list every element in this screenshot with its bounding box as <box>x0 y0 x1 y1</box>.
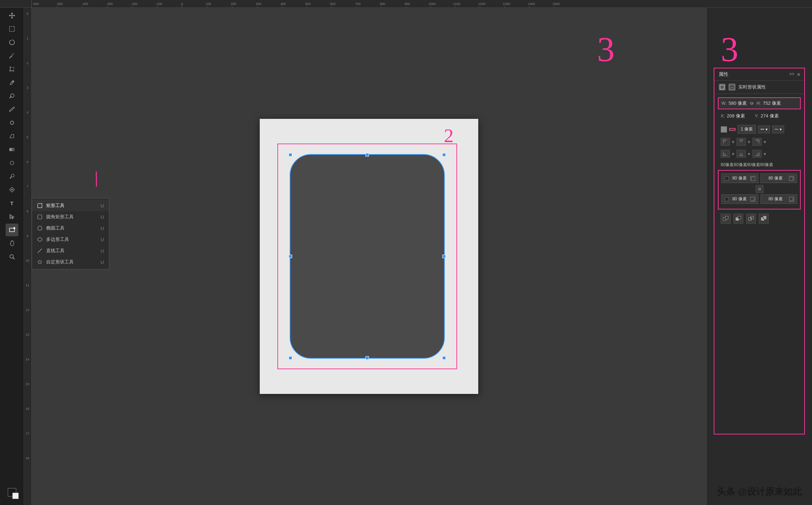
canvas-area[interactable]: 2 <box>32 8 706 505</box>
left-toolbar: T <box>0 8 24 505</box>
svg-point-96 <box>730 85 734 89</box>
boolean-intersect-btn[interactable] <box>746 214 756 224</box>
stroke-style-dropdown[interactable]: ▾ <box>772 126 784 133</box>
corner-tl-input[interactable]: 80 像素 <box>721 174 758 183</box>
panel-menu-btn[interactable]: ≡ <box>797 72 800 77</box>
annotation-2: 2 <box>444 126 454 145</box>
custom-shape-icon <box>37 259 43 265</box>
pen-tool[interactable] <box>6 183 18 196</box>
svg-text:5: 5 <box>26 135 28 139</box>
boolean-unite-btn[interactable] <box>721 214 731 224</box>
type-tool[interactable]: T <box>6 197 18 209</box>
svg-text:3: 3 <box>26 86 28 90</box>
tool-dropdown-item-ellipse[interactable]: 椭圆工具 U <box>32 223 109 234</box>
magic-wand-tool[interactable] <box>6 49 18 62</box>
align-tl-btn[interactable] <box>721 138 730 146</box>
align-tc-btn[interactable] <box>737 138 746 146</box>
polygon-icon <box>37 237 43 242</box>
svg-text:8: 8 <box>26 209 28 213</box>
svg-text:400: 400 <box>281 2 286 6</box>
panel-header: 属性 >> ≡ <box>714 68 804 81</box>
properties-panel: 属性 >> ≡ 实时形状属 <box>714 68 805 434</box>
dodge-tool[interactable] <box>6 170 18 183</box>
corner-bl-checkbox[interactable] <box>725 197 729 201</box>
tool-dropdown-item-line[interactable]: 直线工具 U <box>32 245 109 256</box>
link-dimensions-icon[interactable] <box>749 101 755 106</box>
gradient-tool[interactable] <box>6 143 18 156</box>
custom-shape-shortcut: U <box>101 260 104 265</box>
line-label: 直线工具 <box>46 248 64 254</box>
corner-tl-checkbox[interactable] <box>725 176 729 181</box>
y-value[interactable]: 274 像素 <box>761 113 779 119</box>
fill-color-swatch[interactable] <box>721 126 727 133</box>
svg-rect-91 <box>38 215 42 219</box>
zoom-tool[interactable] <box>6 250 18 263</box>
blur-tool[interactable] <box>6 157 18 169</box>
corner-tl-icon <box>750 176 755 181</box>
svg-point-68 <box>10 255 13 258</box>
x-value[interactable]: 209 像素 <box>727 113 745 119</box>
path-select-tool[interactable] <box>6 210 18 223</box>
rounded-rect-label: 圆角矩形工具 <box>46 214 74 220</box>
tool-dropdown-item-polygon[interactable]: 多边形工具 U <box>32 234 109 245</box>
svg-line-69 <box>13 258 14 259</box>
svg-text:0: 0 <box>181 2 183 6</box>
rect-icon <box>37 203 43 208</box>
svg-text:15: 15 <box>26 382 29 386</box>
svg-text:600: 600 <box>330 2 336 6</box>
svg-rect-125 <box>751 218 751 219</box>
stroke-type-icon[interactable] <box>729 127 736 132</box>
eraser-tool[interactable] <box>6 130 18 142</box>
svg-rect-105 <box>723 140 727 140</box>
eyedropper-tool[interactable] <box>6 76 18 89</box>
lasso-tool[interactable] <box>6 36 18 49</box>
corner-bl-input[interactable]: 80 像素 <box>721 194 758 204</box>
align-tr-btn[interactable] <box>752 138 762 146</box>
marquee-tool[interactable] <box>6 23 18 35</box>
ellipse-icon <box>37 225 43 231</box>
svg-text:-200: -200 <box>131 2 137 6</box>
hand-tool[interactable] <box>6 237 18 250</box>
svg-text:-500: -500 <box>56 2 63 6</box>
canvas-page: 2 <box>260 119 478 394</box>
heal-tool[interactable] <box>6 90 18 102</box>
stroke-width-input[interactable]: 1 像素 <box>738 125 756 134</box>
width-value[interactable]: 580 像素 <box>728 100 746 107</box>
foreground-color[interactable] <box>8 488 16 497</box>
svg-text:16: 16 <box>26 407 29 410</box>
top-ruler: -600 -500 -400 -300 -200 -100 0 100 200 … <box>0 0 812 8</box>
svg-line-94 <box>38 249 42 253</box>
corner-radius-label: 80像素80像素80像素80像素 <box>718 160 801 169</box>
brush-tool[interactable] <box>6 103 18 116</box>
move-tool[interactable] <box>6 9 18 22</box>
svg-rect-109 <box>759 140 759 144</box>
tool-dropdown-item-custom[interactable]: 自定形状工具 U <box>32 256 109 268</box>
boolean-exclude-btn[interactable] <box>759 214 769 224</box>
clone-tool[interactable] <box>6 116 18 129</box>
svg-text:0: 0 <box>26 12 28 16</box>
background-color[interactable] <box>12 493 19 499</box>
panel-subheader: 实时形状属性 <box>714 81 804 94</box>
shape-tool[interactable] <box>6 224 18 236</box>
canvas-annotation-3: 3 <box>597 29 615 69</box>
align-bc-btn[interactable] <box>737 150 746 158</box>
svg-line-64 <box>10 177 12 178</box>
slash-annotation: / <box>90 168 103 190</box>
tool-dropdown-item-rounded-rect[interactable]: 圆角矩形工具 U <box>32 211 109 223</box>
link-corners-btn[interactable] <box>756 185 763 193</box>
stroke-width-dropdown[interactable]: ▾ <box>758 126 770 133</box>
corner-br-input[interactable]: 80 像素 <box>761 194 798 204</box>
expand-panel-btn[interactable]: >> <box>789 72 794 77</box>
align-br-btn[interactable] <box>752 150 762 158</box>
align-bl-btn[interactable] <box>721 150 730 158</box>
tool-dropdown-item-rect[interactable]: 矩形工具 U <box>32 200 109 211</box>
corner-tr-input[interactable]: 80 像素 <box>761 174 798 183</box>
shape-layer[interactable] <box>290 154 445 359</box>
y-label: Y: <box>755 114 759 118</box>
svg-point-92 <box>38 226 42 230</box>
svg-text:1200: 1200 <box>478 2 485 6</box>
height-value[interactable]: 752 像素 <box>763 100 781 107</box>
boolean-subtract-btn[interactable] <box>733 214 743 224</box>
svg-text:12: 12 <box>26 308 29 312</box>
crop-tool[interactable] <box>6 63 18 75</box>
